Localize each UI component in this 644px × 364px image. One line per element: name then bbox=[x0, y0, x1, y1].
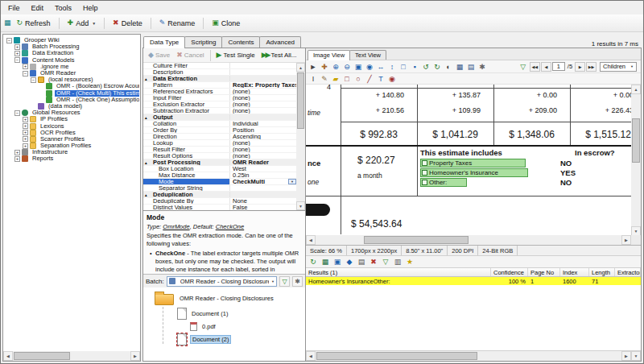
scrollbar-thumb[interactable] bbox=[632, 118, 640, 163]
scroll-down-icon[interactable]: ▼ bbox=[631, 351, 641, 361]
add-button[interactable]: ✚Add▼ bbox=[63, 17, 101, 30]
columns-icon[interactable]: ▥ bbox=[392, 257, 403, 267]
fit-width-icon[interactable]: ↔ bbox=[375, 61, 386, 72]
save-button[interactable]: ◆Save bbox=[145, 51, 173, 60]
property-row-deduplicate-by[interactable]: Deduplicate ByNone bbox=[143, 198, 296, 205]
invert-colors-icon[interactable]: ◐ bbox=[443, 61, 454, 72]
zoom-in-icon[interactable]: ⊕ bbox=[330, 61, 341, 72]
scrollbar-thumb[interactable] bbox=[316, 352, 477, 360]
fit-height-icon[interactable]: ↕ bbox=[386, 61, 398, 72]
grid-icon[interactable]: ▦ bbox=[454, 61, 465, 72]
collapse-icon[interactable]: ▴ bbox=[145, 76, 147, 81]
property-row-lookup[interactable]: Lookup(none) bbox=[143, 140, 296, 147]
nav-first-button[interactable]: ◀◀ bbox=[530, 62, 540, 72]
column-header-index[interactable]: Index bbox=[560, 268, 589, 276]
tab-image-view[interactable]: Image View bbox=[308, 50, 350, 60]
expander-icon[interactable]: + bbox=[23, 143, 28, 149]
expander-icon[interactable]: + bbox=[14, 44, 20, 50]
tree-hscrollbar[interactable]: ◀ ▶ bbox=[3, 351, 140, 361]
property-row-max-distance[interactable]: Max Distance0.25in bbox=[143, 172, 296, 179]
batch-root-item[interactable]: OMR Reader - Closing Disclosures bbox=[143, 287, 305, 305]
expander-icon[interactable]: + bbox=[23, 117, 28, 122]
scrollbar-thumb[interactable] bbox=[297, 72, 304, 129]
collapse-icon[interactable]: ▴ bbox=[145, 192, 147, 197]
nav-prev-button[interactable]: ◀ bbox=[541, 62, 551, 72]
expander-icon[interactable]: + bbox=[23, 136, 28, 142]
column-header-extractor[interactable]: Extractor bbox=[615, 268, 641, 276]
actual-size-icon[interactable]: ▪ bbox=[409, 61, 420, 72]
print-icon[interactable]: ▤ bbox=[356, 257, 367, 267]
zoom-window-icon[interactable]: ▣ bbox=[353, 61, 364, 72]
fit-page-icon[interactable]: □ bbox=[398, 61, 409, 72]
rectangle-icon[interactable]: □ bbox=[341, 73, 353, 84]
delete-button[interactable]: ✖Delete bbox=[108, 17, 147, 30]
tree-item-infrastructure[interactable]: +Infrastructure bbox=[4, 149, 139, 155]
scroll-down-icon[interactable]: ▼ bbox=[296, 201, 305, 210]
expander-icon[interactable]: − bbox=[23, 71, 28, 77]
property-row-referenced-extractors[interactable]: Referenced Extractors(none) bbox=[143, 89, 296, 95]
nav-next-button[interactable]: ▶ bbox=[575, 62, 585, 72]
property-row-separator-string[interactable]: Separator String bbox=[143, 185, 296, 192]
expander-icon[interactable]: + bbox=[14, 156, 20, 162]
rename-button[interactable]: ✎Rename bbox=[155, 17, 200, 30]
batch-settings-icon[interactable]: ✱ bbox=[292, 276, 303, 287]
property-row-collation[interactable]: CollationIndividual bbox=[143, 121, 296, 127]
scroll-left-icon[interactable]: ◀ bbox=[3, 351, 13, 361]
menu-tools[interactable]: Tools bbox=[49, 2, 77, 14]
save-icon[interactable]: ◆ bbox=[344, 257, 355, 267]
thumbnails-icon[interactable]: ▤ bbox=[465, 61, 477, 72]
scope-select[interactable]: Children▼ bbox=[600, 62, 637, 72]
zoom-dynamic-icon[interactable]: ◉ bbox=[364, 61, 375, 72]
property-row-distinct-values[interactable]: Distinct ValuesFalse bbox=[143, 205, 296, 210]
omr-highlight-other[interactable]: Other: bbox=[420, 178, 467, 187]
text-note-icon[interactable]: T bbox=[375, 73, 386, 84]
batch-select[interactable]: OMR Reader - Closing Disclosures ▼ bbox=[167, 276, 277, 287]
omr-highlight-homeowner-s-insurance[interactable]: Homeowner's Insurance bbox=[420, 168, 528, 177]
property-row-box-location[interactable]: Box LocationWest bbox=[143, 166, 296, 172]
line-icon[interactable]: ╱ bbox=[364, 73, 375, 84]
property-grid-scrollbar[interactable]: ▲ ▼ bbox=[296, 63, 305, 210]
test-single-button[interactable]: ▶Test Single bbox=[213, 51, 258, 60]
batch-document-2[interactable]: Document (2) bbox=[177, 333, 305, 345]
help-type-value[interactable]: OmrMode bbox=[163, 223, 189, 230]
property-row-direction[interactable]: DirectionAscending bbox=[143, 134, 296, 140]
column-header-confidence[interactable]: Confidence bbox=[491, 268, 528, 276]
dropdown-icon[interactable]: ▼ bbox=[288, 179, 296, 184]
scrollbar-track[interactable] bbox=[316, 235, 621, 245]
tab-scripting[interactable]: Scripting bbox=[184, 36, 222, 48]
menu-file[interactable]: File bbox=[2, 2, 26, 14]
zoom-out-icon[interactable]: ⊖ bbox=[341, 61, 353, 72]
document-hscrollbar[interactable]: ◀ ▶ bbox=[306, 235, 631, 245]
column-header-length[interactable]: Length bbox=[589, 268, 615, 276]
property-row-pattern[interactable]: PatternRegEx: Property Taxes|Homeo bbox=[143, 82, 296, 89]
tree-item-global-resources[interactable]: −Global Resources bbox=[4, 110, 139, 116]
ellipse-icon[interactable]: ○ bbox=[353, 73, 364, 84]
scrollbar-track[interactable] bbox=[296, 72, 305, 201]
settings-icon[interactable]: ✱ bbox=[477, 61, 488, 72]
filter-icon[interactable]: ▽ bbox=[380, 257, 391, 267]
page-number-input[interactable]: 1 bbox=[552, 62, 565, 71]
pencil-icon[interactable]: ✎ bbox=[319, 73, 330, 84]
expander-icon[interactable]: + bbox=[23, 130, 28, 135]
expander-icon[interactable]: − bbox=[31, 77, 36, 83]
omr-highlight-property-taxes[interactable]: Property Taxes bbox=[420, 159, 526, 168]
expander-icon[interactable]: + bbox=[23, 64, 28, 69]
select-text-icon[interactable]: I bbox=[308, 73, 319, 84]
tree-item-separation-profiles[interactable]: +Separation Profiles bbox=[4, 143, 139, 149]
flag-icon[interactable]: ★ bbox=[404, 257, 415, 267]
tree-item-ip-profiles[interactable]: +IP Profiles bbox=[4, 116, 139, 122]
batch-page-item[interactable]: 0.pdf bbox=[190, 322, 305, 331]
scrollbar-track[interactable] bbox=[631, 94, 641, 226]
scrollbar-thumb[interactable] bbox=[14, 352, 70, 360]
scroll-up-icon[interactable]: ▲ bbox=[296, 63, 305, 72]
menu-help[interactable]: Help bbox=[77, 2, 104, 14]
expander-icon[interactable]: + bbox=[23, 123, 28, 129]
scroll-right-icon[interactable]: ▶ bbox=[130, 351, 140, 361]
filter-icon[interactable]: ▽ bbox=[279, 276, 290, 287]
scrollbar-thumb[interactable] bbox=[364, 236, 469, 244]
property-row-mode[interactable]: ModeCheckMulti▼ bbox=[143, 179, 296, 185]
tab-advanced[interactable]: Advanced bbox=[259, 36, 301, 48]
property-row-subtraction-extractor[interactable]: Subtraction Extractor(none) bbox=[143, 108, 296, 114]
expander-icon[interactable]: + bbox=[14, 150, 20, 155]
property-row-data-extraction[interactable]: ▴Data Extraction bbox=[143, 76, 296, 82]
